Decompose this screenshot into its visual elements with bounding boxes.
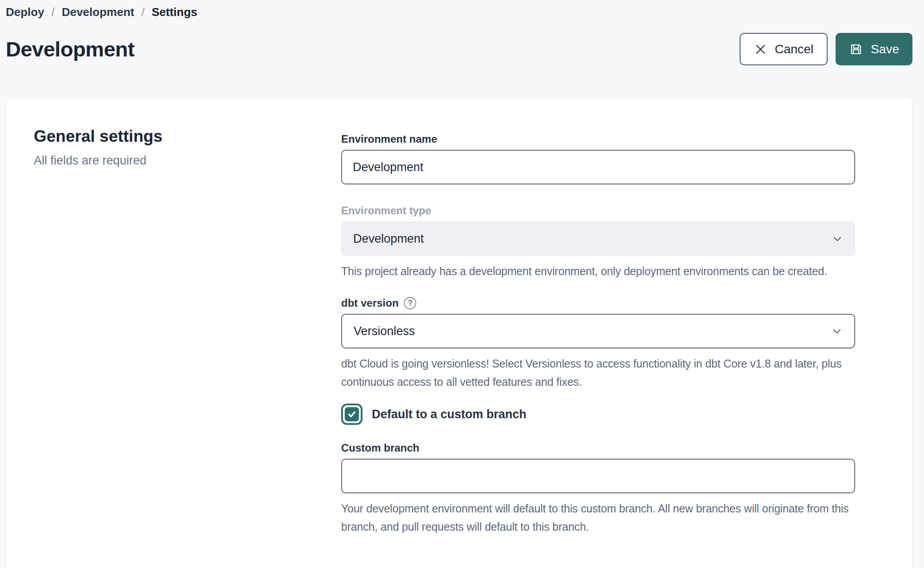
- breadcrumb-development[interactable]: Development: [62, 5, 134, 19]
- chevron-down-icon: [832, 233, 843, 244]
- cancel-button-label: Cancel: [775, 42, 813, 56]
- dbt-version-select[interactable]: Versionless: [341, 314, 855, 348]
- custom-branch-checkbox-label[interactable]: Default to a custom branch: [372, 408, 526, 421]
- environment-type-label: Environment type: [341, 204, 855, 217]
- breadcrumb-settings: Settings: [151, 5, 197, 19]
- custom-branch-checkbox[interactable]: [341, 404, 362, 425]
- breadcrumb: Deploy / Development / Settings: [6, 4, 912, 19]
- custom-branch-help: Your development environment will defaul…: [341, 500, 855, 536]
- section-intro: General settings All fields are required: [34, 126, 341, 568]
- dbt-version-value: Versionless: [354, 324, 415, 338]
- breadcrumb-separator: /: [52, 5, 55, 19]
- page-header: Development Cancel Save: [6, 33, 912, 65]
- question-glyph: ?: [408, 299, 413, 308]
- environment-settings-page: Deploy / Development / Settings Developm…: [0, 0, 924, 568]
- check-icon: [347, 409, 357, 419]
- section-subtitle: All fields are required: [34, 154, 341, 168]
- close-icon: [754, 43, 767, 56]
- general-settings-card: General settings All fields are required…: [6, 97, 912, 568]
- save-button-label: Save: [871, 42, 899, 56]
- breadcrumb-deploy[interactable]: Deploy: [6, 5, 44, 19]
- settings-form: Environment name Environment type Develo…: [341, 126, 855, 568]
- save-button[interactable]: Save: [836, 33, 912, 65]
- dbt-version-help: dbt Cloud is going versionless! Select V…: [341, 355, 855, 391]
- environment-name-input[interactable]: [341, 150, 855, 184]
- environment-type-select: Development: [341, 221, 855, 256]
- custom-branch-checkbox-fill: [345, 407, 359, 421]
- cancel-button[interactable]: Cancel: [740, 33, 828, 65]
- section-title: General settings: [34, 126, 341, 147]
- environment-name-label: Environment name: [341, 132, 855, 146]
- custom-branch-label: Custom branch: [341, 441, 855, 455]
- save-icon: [849, 42, 863, 56]
- chevron-down-icon: [831, 325, 843, 337]
- custom-branch-input[interactable]: [341, 459, 855, 493]
- default-custom-branch-row: Default to a custom branch: [341, 404, 855, 425]
- breadcrumb-separator: /: [141, 5, 144, 19]
- environment-type-value: Development: [353, 232, 424, 246]
- page-title: Development: [6, 37, 135, 61]
- environment-type-help: This project already has a development e…: [341, 262, 855, 280]
- help-circle-icon[interactable]: ?: [404, 297, 416, 309]
- dbt-version-label: dbt version: [341, 296, 398, 310]
- header-actions: Cancel Save: [740, 33, 912, 65]
- dbt-version-label-row: dbt version ?: [341, 296, 855, 310]
